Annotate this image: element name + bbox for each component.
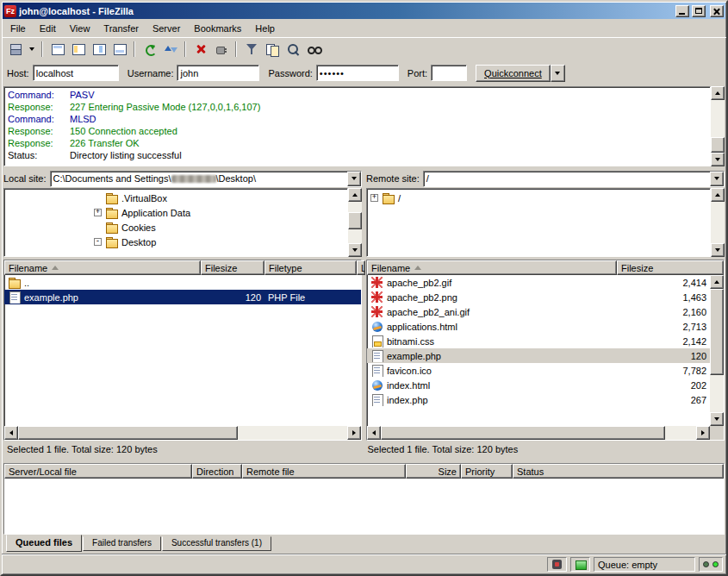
- arrow-up-icon: [714, 280, 719, 284]
- local-tree-scrollbar[interactable]: [348, 188, 362, 257]
- password-input[interactable]: [316, 65, 399, 81]
- log-message: MLSD: [70, 113, 96, 125]
- menu-transfer[interactable]: Transfer: [96, 21, 146, 36]
- site-manager-dropdown-button[interactable]: [26, 40, 37, 59]
- remote-file-row[interactable]: favicon.ico 7,782: [367, 363, 710, 378]
- tree-expander[interactable]: -: [94, 238, 102, 246]
- log-line: Response:226 Transfer OK: [8, 137, 710, 149]
- menu-help[interactable]: Help: [248, 21, 282, 36]
- toggle-queue-button[interactable]: [109, 40, 129, 59]
- column-header-remote-file[interactable]: Remote file: [242, 464, 406, 479]
- scrollbar-thumb[interactable]: [348, 212, 362, 229]
- port-input[interactable]: [431, 65, 467, 81]
- remote-tree-item[interactable]: +/: [367, 191, 710, 205]
- tab-failed-transfers[interactable]: Failed transfers: [83, 536, 161, 551]
- maximize-button[interactable]: [692, 5, 706, 17]
- column-header-size[interactable]: Size: [406, 464, 461, 479]
- scroll-left-button[interactable]: [367, 426, 381, 440]
- remote-tree-scrollbar[interactable]: [711, 188, 725, 257]
- scroll-down-button[interactable]: [711, 243, 725, 257]
- column-header-filename[interactable]: Filename: [4, 260, 201, 275]
- menu-edit[interactable]: Edit: [33, 21, 63, 36]
- scrollbar-track[interactable]: [381, 426, 696, 440]
- combo-dropdown-button[interactable]: [347, 172, 361, 186]
- filter-button[interactable]: [241, 40, 261, 59]
- quickconnect-dropdown-button[interactable]: [551, 65, 565, 82]
- refresh-button[interactable]: [140, 40, 159, 59]
- remote-file-row[interactable]: apache_pb2_ani.gif 2,160: [367, 304, 710, 319]
- column-header-direction[interactable]: Direction: [192, 464, 242, 479]
- remote-file-row[interactable]: example.php 120: [367, 348, 710, 363]
- scroll-right-button[interactable]: [347, 426, 361, 440]
- remote-file-row[interactable]: applications.html 2,713: [367, 319, 710, 334]
- toggle-remote-tree-button[interactable]: [89, 40, 109, 59]
- combo-dropdown-button[interactable]: [710, 172, 724, 186]
- column-header-priority[interactable]: Priority: [461, 464, 513, 479]
- remote-file-row[interactable]: apache_pb2.png 1,463: [367, 290, 710, 304]
- toggle-local-tree-button[interactable]: [68, 40, 88, 59]
- host-input[interactable]: [33, 65, 119, 81]
- column-header-server-local-file[interactable]: Server/Local file: [4, 464, 192, 479]
- local-site-path-combo[interactable]: C:\Documents and Settings\\Desktop\: [50, 171, 362, 187]
- scrollbar-thumb[interactable]: [381, 426, 665, 440]
- scroll-up-button[interactable]: [348, 188, 362, 202]
- remote-list-vscrollbar[interactable]: [710, 275, 724, 426]
- local-file-row[interactable]: example.php 120 PHP File: [4, 290, 361, 304]
- toggle-message-log-button[interactable]: [47, 40, 67, 59]
- scroll-down-button[interactable]: [710, 412, 724, 426]
- cancel-button[interactable]: [190, 40, 210, 59]
- column-header-filetype[interactable]: Filetype: [264, 260, 357, 275]
- scrollbar-track[interactable]: [710, 289, 724, 412]
- synchronized-browsing-button[interactable]: [303, 40, 323, 59]
- scrollbar-track[interactable]: [711, 202, 725, 243]
- scrollbar-track[interactable]: [711, 100, 725, 153]
- remote-file-row[interactable]: index.php 267: [367, 392, 710, 407]
- process-queue-button[interactable]: [160, 40, 180, 59]
- column-header-filesize[interactable]: Filesize: [617, 260, 724, 275]
- scroll-up-button[interactable]: [711, 188, 725, 202]
- local-tree-item[interactable]: Cookies: [4, 220, 347, 235]
- close-button[interactable]: [710, 5, 724, 17]
- find-files-button[interactable]: [283, 40, 302, 59]
- scrollbar-track[interactable]: [18, 426, 347, 440]
- tab-queued-files[interactable]: Queued files: [6, 535, 82, 552]
- username-input[interactable]: [177, 65, 259, 81]
- tab-successful-transfers[interactable]: Successful transfers (1): [162, 536, 271, 551]
- local-tree-item[interactable]: .VirtualBox: [4, 191, 347, 205]
- scroll-down-button[interactable]: [348, 243, 362, 257]
- scrollbar-thumb[interactable]: [710, 289, 724, 375]
- quickconnect-button[interactable]: Quickconnect: [476, 65, 551, 82]
- remote-file-row[interactable]: apache_pb2.gif 2,414: [367, 275, 710, 290]
- arrow-left-icon: [372, 430, 376, 435]
- remote-site-path-combo[interactable]: /: [423, 171, 725, 187]
- remote-file-row[interactable]: bitnami.css 2,142: [367, 334, 710, 348]
- scrollbar-track[interactable]: [348, 202, 362, 243]
- scroll-down-button[interactable]: [711, 153, 725, 166]
- tree-expander[interactable]: +: [370, 194, 378, 202]
- scrollbar-thumb[interactable]: [711, 137, 725, 153]
- local-file-row[interactable]: ..: [4, 275, 361, 290]
- scroll-left-button[interactable]: [4, 426, 18, 440]
- tree-expander[interactable]: +: [94, 209, 102, 216]
- scroll-up-button[interactable]: [711, 86, 725, 100]
- remote-list-hscrollbar[interactable]: [367, 426, 710, 440]
- local-list-hscrollbar[interactable]: [4, 426, 361, 440]
- remote-file-row[interactable]: index.html 202: [367, 378, 710, 392]
- scroll-right-button[interactable]: [696, 426, 710, 440]
- minimize-button[interactable]: [675, 5, 689, 17]
- column-header-filename[interactable]: Filename: [367, 260, 617, 275]
- menu-file[interactable]: File: [3, 21, 33, 36]
- menu-view[interactable]: View: [63, 21, 97, 36]
- column-header-filesize[interactable]: Filesize: [201, 260, 264, 275]
- local-tree-item[interactable]: -Desktop: [4, 235, 347, 249]
- menu-server[interactable]: Server: [146, 21, 187, 36]
- scroll-up-button[interactable]: [710, 275, 724, 289]
- menu-bookmarks[interactable]: Bookmarks: [187, 21, 248, 36]
- scrollbar-thumb[interactable]: [18, 426, 238, 440]
- log-scrollbar[interactable]: [711, 86, 725, 166]
- site-manager-button[interactable]: [5, 40, 25, 59]
- column-header-status[interactable]: Status: [513, 464, 724, 479]
- disconnect-button[interactable]: [211, 40, 231, 59]
- local-tree-item[interactable]: +Application Data: [4, 205, 347, 220]
- compare-directories-button[interactable]: [262, 40, 282, 59]
